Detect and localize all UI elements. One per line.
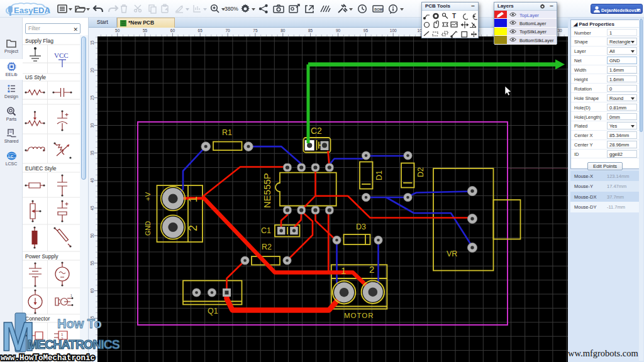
svg-text:VR: VR	[447, 250, 457, 258]
svg-text:EU/IEC Style: EU/IEC Style	[25, 165, 57, 172]
svg-text:60: 60	[170, 28, 175, 33]
svg-text:+V: +V	[144, 192, 152, 201]
svg-text:35: 35	[90, 150, 94, 155]
svg-text:VCC: VCC	[54, 52, 69, 59]
svg-text:2: 2	[61, 337, 64, 341]
svg-text:20: 20	[90, 68, 94, 73]
svg-text:65: 65	[90, 315, 94, 321]
svg-text:EasyEDA: EasyEDA	[14, 6, 50, 15]
svg-text:80: 80	[280, 28, 286, 33]
svg-text:55: 55	[90, 261, 94, 266]
svg-text:1: 1	[61, 332, 64, 336]
svg-text:T: T	[452, 13, 456, 19]
svg-text:90: 90	[336, 28, 341, 33]
svg-text:50: 50	[115, 28, 120, 33]
svg-text:85: 85	[308, 28, 313, 33]
svg-text:C1: C1	[261, 226, 271, 235]
svg-text:1: 1	[70, 293, 72, 297]
svg-text:D2: D2	[416, 167, 425, 177]
svg-text:30: 30	[90, 123, 94, 128]
svg-text:GND: GND	[144, 221, 152, 236]
svg-text:R2: R2	[262, 243, 272, 251]
svg-text:75: 75	[253, 28, 258, 33]
svg-text:Supply Flag: Supply Flag	[25, 38, 53, 44]
svg-text:D3: D3	[356, 222, 366, 231]
svg-text:1: 1	[187, 196, 199, 202]
svg-text:C2: C2	[311, 126, 322, 136]
svg-text:15: 15	[90, 40, 94, 45]
svg-text:55: 55	[143, 28, 148, 33]
svg-text:US Style: US Style	[25, 74, 46, 80]
svg-text:R1: R1	[222, 128, 232, 137]
svg-text:100: 100	[390, 28, 397, 33]
svg-text:70: 70	[225, 28, 230, 33]
svg-text:Connector: Connector	[25, 315, 50, 322]
svg-text:50: 50	[90, 233, 94, 238]
svg-text:Power Supply: Power Supply	[25, 253, 58, 260]
svg-text:95: 95	[364, 28, 369, 33]
svg-text:Q1: Q1	[208, 307, 218, 315]
svg-text:2: 2	[369, 264, 374, 275]
svg-text:1: 1	[341, 265, 346, 276]
svg-text:2: 2	[187, 225, 199, 231]
svg-text:40: 40	[90, 178, 94, 183]
svg-text:45: 45	[90, 206, 94, 211]
svg-text:25: 25	[90, 96, 94, 101]
svg-text:NE555P: NE555P	[262, 173, 272, 208]
svg-text:D1: D1	[375, 170, 384, 180]
svg-text:BOM: BOM	[374, 8, 382, 11]
svg-text:70: 70	[90, 343, 94, 348]
svg-text:60: 60	[90, 288, 94, 293]
svg-text:LC: LC	[8, 155, 14, 158]
svg-text:65: 65	[198, 28, 203, 33]
svg-text:MOTOR: MOTOR	[344, 312, 374, 319]
